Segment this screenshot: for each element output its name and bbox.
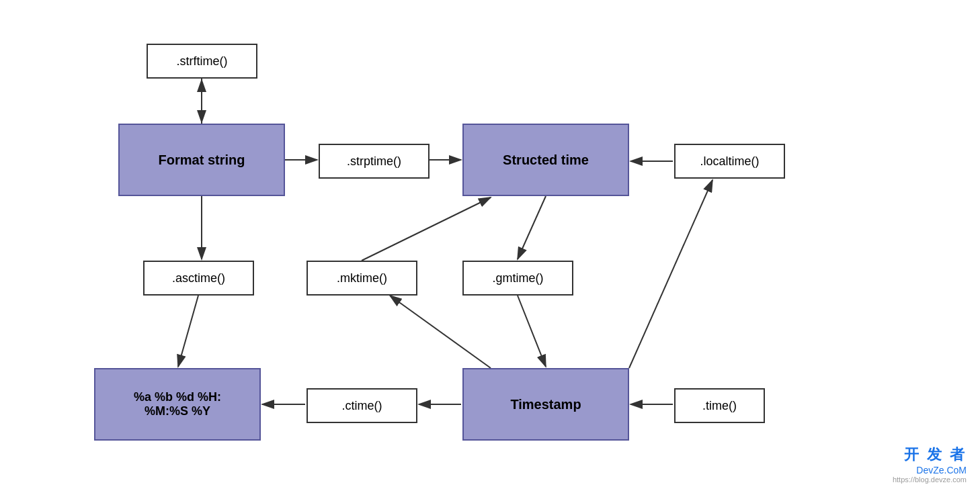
format-result-label: %a %b %d %H: %M:%S %Y [134,390,221,418]
watermark-url: https://blog.devze.com [893,476,967,484]
asctime-label: .asctime() [172,271,225,285]
svg-line-7 [518,196,546,259]
localtime-label: .localtime() [700,154,759,169]
localtime-node: .localtime() [674,144,785,179]
watermark-brand: DevZe.CoM [893,465,967,476]
watermark: 开 发 者 DevZe.CoM https://blog.devze.com [893,445,967,484]
svg-line-13 [390,296,491,368]
format-string-node: Format string [118,124,285,196]
strftime-label: .strftime() [177,54,228,69]
svg-line-8 [178,296,198,367]
ctime-label: .ctime() [342,399,382,413]
structured-time-label: Structed time [503,152,589,168]
strptime-node: .strptime() [319,144,430,179]
diagram: .strftime() Format string .strptime() St… [0,0,980,497]
mktime-node: .mktime() [307,261,417,296]
strptime-label: .strptime() [347,154,401,169]
watermark-chinese: 开 发 者 [893,445,967,465]
svg-line-14 [362,197,491,261]
gmtime-node: .gmtime() [462,261,573,296]
timestamp-node: Timestamp [462,368,629,441]
structured-time-node: Structed time [462,124,629,196]
ctime-node: .ctime() [307,388,417,423]
format-string-label: Format string [159,152,245,168]
gmtime-label: .gmtime() [493,271,544,285]
svg-line-9 [518,296,546,367]
mktime-label: .mktime() [337,271,387,285]
svg-line-15 [629,180,712,368]
asctime-node: .asctime() [143,261,254,296]
strftime-node: .strftime() [147,44,257,79]
time-func-label: .time() [702,399,737,413]
format-result-node: %a %b %d %H: %M:%S %Y [94,368,261,441]
time-func-node: .time() [674,388,765,423]
timestamp-label: Timestamp [510,397,581,412]
